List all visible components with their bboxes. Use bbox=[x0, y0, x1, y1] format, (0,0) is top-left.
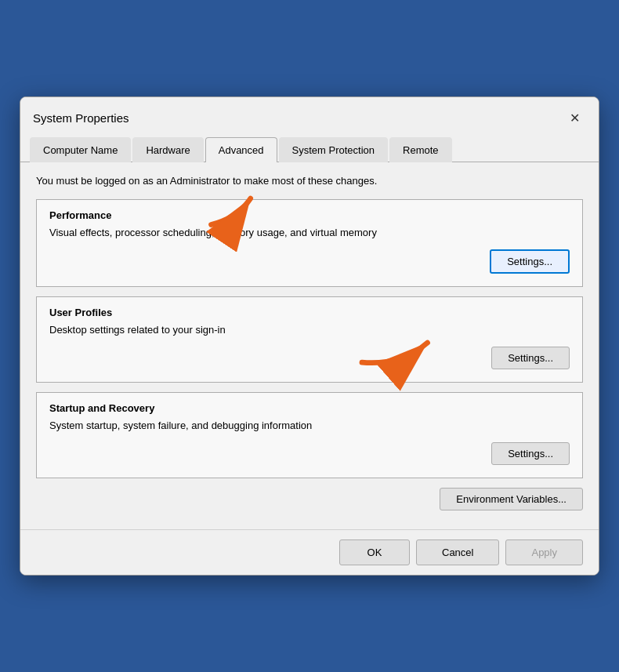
startup-recovery-settings-button[interactable]: Settings... bbox=[491, 442, 570, 465]
startup-recovery-btn-row: Settings... bbox=[49, 442, 570, 465]
user-profiles-title: User Profiles bbox=[49, 307, 570, 318]
env-btn-row: Environment Variables... bbox=[36, 488, 583, 510]
performance-title: Performance bbox=[49, 209, 570, 221]
performance-section: Performance Visual effects, processor sc… bbox=[36, 199, 583, 287]
footer: OK Cancel Apply bbox=[20, 529, 599, 575]
tab-advanced[interactable]: Advanced bbox=[205, 137, 277, 162]
startup-recovery-section: Startup and Recovery System startup, sys… bbox=[36, 392, 583, 478]
tab-system-protection[interactable]: System Protection bbox=[279, 137, 389, 162]
content-area: You must be logged on as an Administrato… bbox=[20, 162, 599, 530]
user-profiles-desc: Desktop settings related to your sign-in bbox=[49, 323, 570, 337]
admin-notice: You must be logged on as an Administrato… bbox=[36, 175, 583, 187]
user-profiles-settings-button[interactable]: Settings... bbox=[491, 347, 570, 369]
user-profiles-section: User Profiles Desktop settings related t… bbox=[36, 296, 583, 383]
tab-hardware[interactable]: Hardware bbox=[132, 137, 203, 162]
ok-button[interactable]: OK bbox=[339, 539, 410, 565]
performance-settings-button[interactable]: Settings... bbox=[490, 249, 570, 274]
environment-variables-button[interactable]: Environment Variables... bbox=[440, 488, 583, 510]
apply-button[interactable]: Apply bbox=[505, 539, 583, 565]
tab-remote[interactable]: Remote bbox=[389, 137, 452, 162]
tab-computer-name[interactable]: Computer Name bbox=[30, 137, 131, 162]
dialog-title: System Properties bbox=[33, 111, 129, 125]
user-profiles-btn-row: Settings... bbox=[49, 347, 570, 369]
startup-recovery-desc: System startup, system failure, and debu… bbox=[49, 419, 570, 433]
startup-recovery-title: Startup and Recovery bbox=[49, 402, 570, 414]
tab-bar: Computer Name Hardware Advanced System P… bbox=[20, 136, 599, 162]
title-bar: System Properties ✕ bbox=[20, 97, 599, 136]
close-button[interactable]: ✕ bbox=[563, 107, 586, 130]
cancel-button[interactable]: Cancel bbox=[416, 539, 499, 565]
performance-desc: Visual effects, processor scheduling, me… bbox=[49, 226, 570, 240]
system-properties-dialog: System Properties ✕ Computer Name Hardwa… bbox=[20, 96, 599, 576]
performance-btn-row: Settings... bbox=[49, 249, 570, 274]
